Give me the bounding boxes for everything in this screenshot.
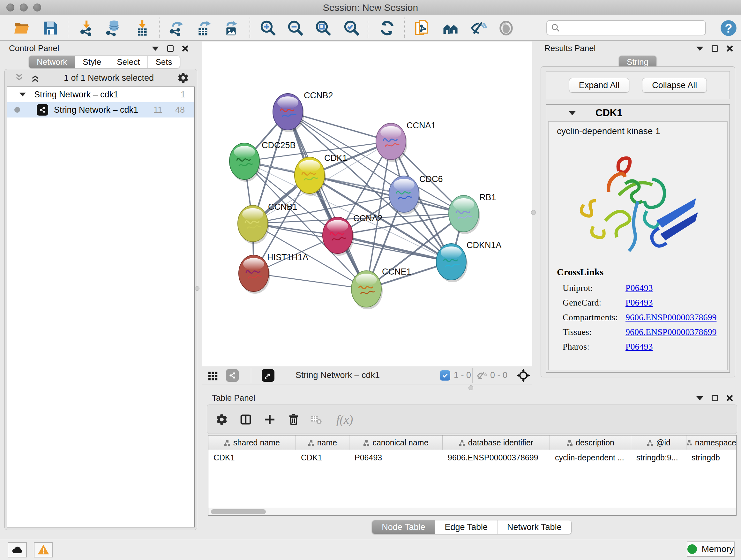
- vertical-splitter-handle[interactable]: [195, 286, 199, 291]
- float-panel-icon[interactable]: [167, 45, 174, 52]
- zoom-fit-button[interactable]: [314, 19, 333, 37]
- expand-all-chevron-icon[interactable]: [30, 72, 41, 83]
- column-header[interactable]: shared name: [208, 435, 296, 450]
- network-collection-row[interactable]: String Network – cdk1 1: [7, 87, 194, 102]
- gene-section-header[interactable]: CDK1: [546, 105, 730, 121]
- open-session-button[interactable]: [12, 19, 31, 37]
- table-settings-button[interactable]: [214, 412, 229, 427]
- gear-icon[interactable]: [177, 72, 189, 84]
- import-network-file-button[interactable]: [77, 19, 96, 37]
- panel-menu-icon[interactable]: [152, 47, 159, 51]
- open-in-window-icon[interactable]: [262, 369, 274, 382]
- vertical-splitter-handle[interactable]: [531, 210, 536, 215]
- birds-eye-toggle-icon[interactable]: [516, 368, 530, 382]
- network-edge-HIST1H1A-CCNE1[interactable]: [254, 273, 366, 289]
- cell-shared-name[interactable]: CDK1: [208, 450, 296, 465]
- grid-view-icon[interactable]: [207, 370, 218, 381]
- export-table-button[interactable]: [194, 19, 213, 37]
- show-all-button[interactable]: [496, 19, 516, 37]
- close-panel-icon[interactable]: [182, 45, 188, 52]
- zoom-in-button[interactable]: [259, 19, 278, 37]
- search-input[interactable]: [560, 23, 697, 33]
- help-button[interactable]: ?: [719, 19, 738, 37]
- create-column-button[interactable]: [262, 412, 277, 427]
- delete-column-button[interactable]: [286, 412, 301, 427]
- search-field[interactable]: [546, 20, 706, 36]
- warnings-button[interactable]: [34, 542, 53, 557]
- first-neighbors-button[interactable]: [413, 19, 432, 37]
- selected-checkbox-icon[interactable]: [440, 370, 450, 381]
- show-columns-button[interactable]: [238, 412, 253, 427]
- panel-menu-icon[interactable]: [696, 396, 703, 400]
- collapse-all-button[interactable]: Collapse All: [642, 78, 707, 92]
- column-header[interactable]: @id: [631, 435, 686, 450]
- refresh-button[interactable]: [378, 19, 397, 37]
- tab-sets[interactable]: Sets: [147, 56, 180, 68]
- cell-at-id[interactable]: stringdb:9...: [631, 450, 686, 465]
- panel-menu-icon[interactable]: [696, 47, 703, 51]
- expand-all-button[interactable]: Expand All: [569, 78, 630, 92]
- cell-canonical-name[interactable]: P06493: [349, 450, 443, 465]
- network-node-CCNA1[interactable]: [376, 123, 407, 162]
- float-panel-icon[interactable]: [712, 395, 718, 401]
- network-row-selected[interactable]: String Network – cdk1 11 48: [7, 102, 194, 118]
- column-header[interactable]: canonical name: [349, 435, 443, 450]
- network-node-CCNE1[interactable]: [351, 271, 383, 309]
- crosslink-link[interactable]: 9606.ENSP00000378699: [625, 327, 717, 337]
- network-edge-CCNA2-CDKN1A[interactable]: [338, 235, 451, 262]
- tab-style[interactable]: Style: [75, 56, 109, 68]
- svg-text:?: ?: [725, 21, 732, 35]
- network-node-CDKN1A[interactable]: [436, 244, 468, 282]
- cell-description[interactable]: cyclin-dependent ...: [550, 450, 631, 465]
- memory-button[interactable]: Memory: [687, 542, 735, 557]
- crosslink-link[interactable]: P06493: [625, 283, 653, 293]
- network-canvas[interactable]: CCNB2CCNA1CDC25BCDK1CDC6RB1CCNB1CCNA2CDK…: [202, 42, 532, 366]
- collection-expand-icon[interactable]: [19, 92, 26, 97]
- scrollbar-thumb[interactable]: [211, 509, 266, 514]
- section-collapse-icon[interactable]: [569, 111, 576, 115]
- table-row[interactable]: CDK1 CDK1 P06493 9606.ENSP00000378699 cy…: [208, 450, 736, 465]
- float-panel-icon[interactable]: [712, 45, 718, 52]
- network-node-RB1[interactable]: [449, 195, 480, 234]
- network-node-CCNB2[interactable]: [273, 94, 304, 132]
- column-header[interactable]: namespace: [686, 435, 736, 450]
- crosslink-label: Compartments:: [557, 312, 625, 322]
- column-header[interactable]: name: [296, 435, 349, 450]
- tab-edge-table[interactable]: Edge Table: [434, 520, 497, 534]
- network-overview-icon[interactable]: [226, 369, 239, 382]
- cloud-status-button[interactable]: [8, 542, 27, 557]
- network-node-CCNA2[interactable]: [323, 217, 354, 256]
- horizontal-scrollbar[interactable]: [208, 508, 736, 515]
- tab-network-table[interactable]: Network Table: [497, 520, 571, 534]
- import-network-database-button[interactable]: [104, 19, 123, 37]
- home-button[interactable]: [441, 19, 460, 37]
- zoom-out-button[interactable]: [286, 19, 305, 37]
- network-edge-CCNB2-CCNE1[interactable]: [288, 112, 366, 289]
- crosslink-link[interactable]: P06493: [625, 298, 653, 308]
- collapse-all-chevron-icon[interactable]: [14, 72, 24, 83]
- save-session-button[interactable]: [41, 19, 60, 37]
- column-type-icon: [647, 440, 653, 446]
- network-node-CCNB1[interactable]: [238, 205, 269, 244]
- cell-database-identifier[interactable]: 9606.ENSP00000378699: [443, 450, 550, 465]
- export-image-button[interactable]: [221, 19, 241, 37]
- tab-select[interactable]: Select: [109, 56, 147, 68]
- crosslink-link[interactable]: 9606.ENSP00000378699: [625, 312, 717, 322]
- export-network-button[interactable]: [166, 19, 185, 37]
- zoom-selected-button[interactable]: [342, 19, 361, 37]
- hide-selected-button[interactable]: [469, 19, 488, 37]
- crosslink-link[interactable]: P06493: [625, 341, 653, 352]
- cell-name[interactable]: CDK1: [296, 450, 349, 465]
- import-table-button[interactable]: [133, 19, 152, 37]
- tab-node-table[interactable]: Node Table: [372, 520, 434, 534]
- crosslink-row: GeneCard: P06493: [557, 295, 727, 310]
- horizontal-splitter-handle[interactable]: [468, 385, 473, 390]
- close-panel-icon[interactable]: [726, 45, 733, 52]
- cell-namespace[interactable]: stringdb: [686, 450, 736, 465]
- network-node-CDK1[interactable]: [294, 157, 326, 196]
- column-header[interactable]: description: [550, 435, 631, 450]
- network-node-HIST1H1A[interactable]: [239, 255, 270, 294]
- close-panel-icon[interactable]: [726, 395, 733, 401]
- tab-network[interactable]: Network: [29, 56, 75, 68]
- column-header[interactable]: database identifier: [443, 435, 550, 450]
